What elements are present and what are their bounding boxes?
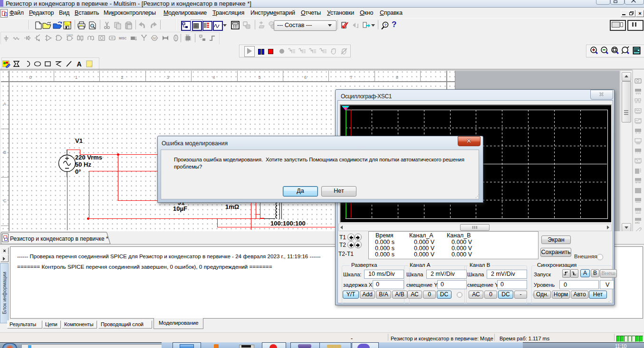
svg-text:?: ? bbox=[384, 23, 387, 27]
svg-text:M: M bbox=[153, 37, 156, 40]
svg-text:MISC: MISC bbox=[119, 37, 126, 40]
svg-text:±AG: ±AG bbox=[635, 221, 640, 224]
svg-text:TTL: TTL bbox=[57, 34, 60, 37]
svg-text:A: A bbox=[77, 60, 82, 68]
svg-text:MCU: MCU bbox=[186, 34, 190, 36]
svg-text:CMOS: CMOS bbox=[67, 34, 73, 37]
